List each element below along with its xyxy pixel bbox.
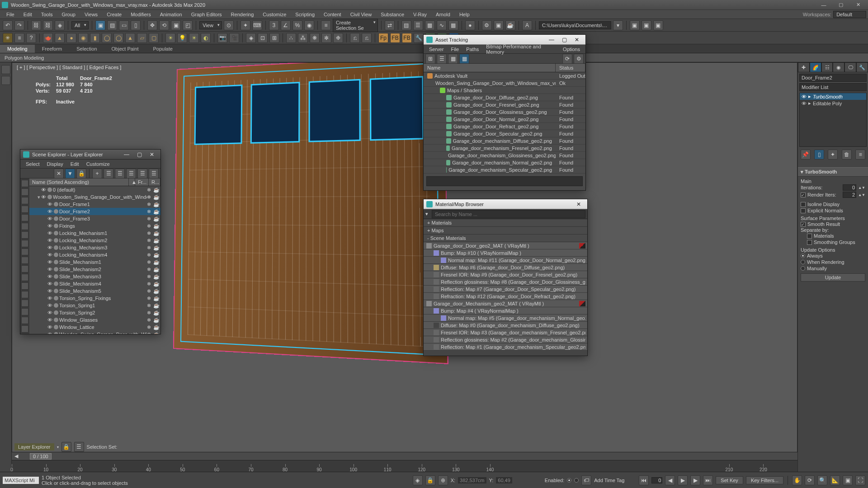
at-menu-server[interactable]: Server (425, 46, 447, 53)
at-row[interactable]: Garage_door_Door_Normal_geo2.pngFound (424, 116, 585, 123)
visibility-icon[interactable]: 👁 (47, 310, 53, 315)
menu-customize[interactable]: Customize (258, 11, 291, 18)
teapot-icon[interactable]: 🫖 (43, 33, 53, 43)
scene-explorer-window[interactable]: Scene Explorer - Layer Explorer — ▢ ✕ Se… (20, 149, 161, 334)
render-icon[interactable]: ☕ (153, 267, 160, 272)
sel-lock-status[interactable]: 🔒 (425, 475, 435, 485)
helper1-icon[interactable]: ◈ (246, 33, 256, 43)
visibility-icon[interactable]: 👁 (47, 267, 53, 272)
menu-content[interactable]: Content (319, 11, 346, 18)
frozen-icon[interactable]: ❄ (147, 288, 153, 294)
add-time-tag-label[interactable]: Add Time Tag (594, 478, 624, 483)
visibility-icon[interactable]: 👁 (47, 252, 53, 258)
frozen-icon[interactable]: ❄ (147, 238, 153, 244)
workspaces-dropdown[interactable]: Default (833, 11, 866, 18)
menu-graph-editors[interactable]: Graph Editors (187, 11, 226, 18)
mb-section-header[interactable]: + Maps (424, 227, 587, 235)
particle3-icon[interactable]: ❋ (310, 33, 320, 43)
frozen-icon[interactable]: ❄ (147, 216, 153, 222)
at-row[interactable]: Garage_door_Door_Specular_geo2.pngFound (424, 130, 585, 137)
se-row[interactable]: 👁Locking_Mechanism3❄☕ (29, 244, 160, 251)
ribbon-tab-object-paint[interactable]: Object Paint (104, 45, 146, 53)
set-key-button[interactable]: Set Key (716, 476, 743, 484)
hierarchy-tab[interactable]: ☷ (821, 62, 833, 72)
link-button[interactable]: ⛓ (31, 20, 41, 30)
object-name-field[interactable]: Door_Frame2 (799, 74, 867, 82)
path-browse-button[interactable]: ▾ (613, 20, 623, 30)
make-unique-button[interactable]: ✦ (828, 150, 838, 160)
visibility-icon[interactable]: 👁 (47, 332, 53, 334)
asset-tracking-window[interactable]: Asset Tracking — ▢ ✕ ServerFilePathsBitm… (423, 34, 586, 191)
update-button[interactable]: Update (801, 273, 865, 282)
visibility-icon[interactable]: 👁 (47, 209, 53, 214)
frozen-icon[interactable]: ❄ (147, 194, 153, 200)
se-close-button[interactable]: ✕ (146, 151, 158, 158)
se-filter-button[interactable] (21, 300, 28, 307)
particle1-icon[interactable]: ∴ (286, 33, 296, 43)
mb-row[interactable]: Fresnel IOR: Map #9 (Garage_door_Door_Fr… (424, 271, 587, 278)
direct-light-icon[interactable]: ☀ (189, 33, 199, 43)
se-row[interactable]: 👁Slide_Mechanism3❄☕ (29, 273, 160, 280)
maxscript-mini[interactable]: MAXScript Mi (3, 477, 39, 484)
se-filter-button[interactable] (21, 265, 28, 272)
se-row[interactable]: ▾👁Wooden_Swing_Garage_Door_with_Windows❄… (29, 193, 160, 201)
time-ruler[interactable]: 0102030405060708090100110120130140210220 (12, 460, 797, 472)
render-icon[interactable]: ☕ (153, 194, 160, 200)
fb-button[interactable]: FB (390, 33, 400, 43)
next-frame-button[interactable]: ▶ (690, 475, 700, 485)
iterations-spinner[interactable]: 0 (843, 184, 856, 191)
se-row[interactable]: 👁Door_Frame1❄☕ (29, 201, 160, 208)
key-filters-button[interactable]: Key Filters... (746, 476, 783, 484)
at-row[interactable]: Garage_door_Door_Fresnel_geo2.pngFound (424, 101, 585, 108)
se-row[interactable]: 👁Window_Glasses❄☕ (29, 316, 160, 324)
goto-start-button[interactable]: ⏮ (639, 475, 649, 485)
spinner-snap-button[interactable]: ◉ (304, 20, 314, 30)
mb-row[interactable]: Reflection: Map #7 (Garage_door_Door_Spe… (424, 286, 587, 293)
se-row[interactable]: 👁Window_Lattice❄☕ (29, 324, 160, 331)
mb-list[interactable]: Garage_door_Door_geo2_MAT ( VRayMtl )Bum… (424, 242, 587, 356)
nav-zoom-all-button[interactable]: ▣ (843, 475, 853, 485)
se-filter-button[interactable] (21, 206, 28, 213)
material-editor-button[interactable]: ● (465, 20, 475, 30)
visibility-icon[interactable]: 👁 (47, 296, 53, 301)
ribbon-tab-populate[interactable]: Populate (146, 45, 179, 53)
se-col-render[interactable]: R... (149, 178, 160, 186)
menu-animation[interactable]: Animation (156, 11, 187, 18)
minimize-button[interactable]: — (816, 1, 832, 9)
menu-substance[interactable]: Substance (376, 11, 409, 18)
se-row[interactable]: 👁Slide_Mechanism4❄☕ (29, 280, 160, 287)
menu-file[interactable]: File (2, 11, 19, 18)
sep-materials-check[interactable] (807, 234, 812, 239)
visibility-icon[interactable]: 👁 (47, 317, 53, 323)
ref-coord-dropdown[interactable]: View (199, 21, 222, 29)
layer-explorer-button[interactable]: ☰ (413, 20, 423, 30)
fb2-button[interactable]: FB (402, 33, 412, 43)
se-filter-button[interactable] (21, 257, 28, 264)
mb-section-header[interactable]: + Materials (424, 219, 587, 227)
render-icon[interactable]: ☕ (153, 259, 160, 265)
spot-light-icon[interactable]: 💡 (177, 33, 187, 43)
render-icon[interactable]: ☕ (153, 317, 160, 323)
use-center-button[interactable]: ⊙ (224, 20, 234, 30)
time-slider[interactable]: ◀ 0 / 100 (12, 452, 797, 460)
select-object-button[interactable]: ▣ (95, 20, 105, 30)
visibility-icon[interactable]: 👁 (47, 238, 53, 243)
gutter-btn[interactable] (1, 76, 10, 85)
area-light-icon[interactable]: ◐ (201, 33, 211, 43)
render-frame-button[interactable]: ▣ (494, 20, 504, 30)
help-button[interactable]: ? (26, 33, 36, 43)
sphere-icon[interactable]: ● (66, 33, 76, 43)
se-layer1-icon[interactable]: ☰ (104, 169, 113, 178)
menu-rendering[interactable]: Rendering (226, 11, 259, 18)
at-list-view-icon[interactable]: ☰ (437, 54, 447, 64)
update-manually-radio[interactable] (801, 266, 805, 271)
at-menu-paths[interactable]: Paths (462, 46, 482, 53)
at-row[interactable]: Garage_door_mechanism_Normal_geo2.pngFou… (424, 159, 585, 166)
render-icon[interactable]: ☕ (153, 252, 160, 258)
bones2-icon[interactable]: ⎌ (362, 33, 372, 43)
stack-item[interactable]: 👁▸Editable Poly (800, 100, 866, 107)
ribbon-tab-selection[interactable]: Selection (69, 45, 104, 53)
frozen-icon[interactable]: ❄ (147, 303, 153, 309)
frozen-icon[interactable]: ❄ (147, 223, 153, 229)
nav-max-button[interactable]: ⛶ (855, 475, 865, 485)
